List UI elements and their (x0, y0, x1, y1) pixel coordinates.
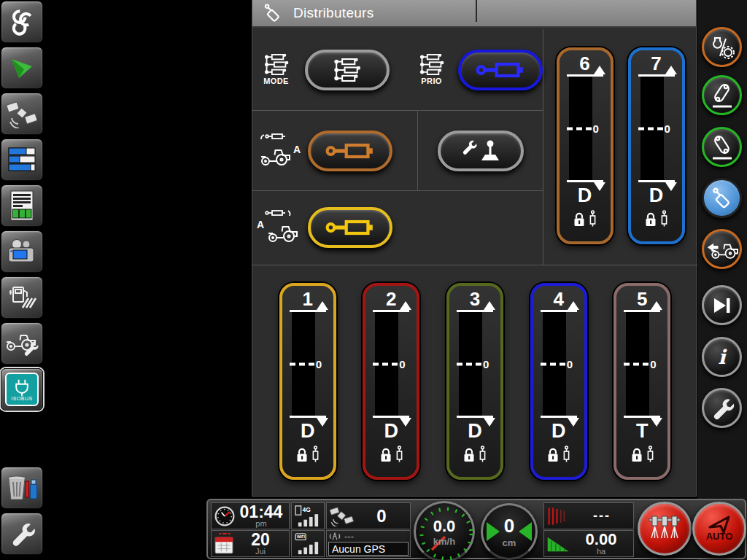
mini-cylinder-icon (563, 446, 570, 463)
satellite-icon (6, 99, 38, 128)
pto-gear-icon (709, 34, 735, 61)
pto-settings-button[interactable] (702, 27, 742, 67)
zero-dashes (638, 127, 663, 130)
auto-steer-button[interactable]: AUTO (692, 502, 746, 556)
counters-button[interactable] (1, 276, 43, 319)
guidance-button[interactable] (1, 47, 43, 89)
info-button[interactable]: i (702, 337, 742, 377)
valve-card-2[interactable]: 2 0 D (363, 283, 419, 480)
clock-icon (214, 505, 236, 527)
lock-icon (644, 211, 657, 228)
valve-gauge: 0 (457, 310, 493, 418)
lock-icon (630, 447, 643, 463)
lower-arrow-icon (594, 182, 605, 191)
valve-lock-row (630, 446, 654, 463)
valve-zero-marker: 0 (373, 358, 411, 370)
distributeurs-panel: Distributeurs MODE PRIO (252, 0, 697, 497)
gps-signal-value: --- (344, 531, 354, 542)
rear-valves-group: 6 0 D 7 0 (543, 29, 697, 265)
cellular-signal-icon: 4G (294, 505, 322, 528)
rear-linkage-button[interactable] (702, 75, 742, 115)
mode-label: MODE (263, 77, 289, 85)
valve-bar: 0 (640, 77, 664, 180)
mini-cylinder-icon (661, 210, 668, 228)
front-aux-letter: A (257, 219, 264, 230)
isobus-label: ISOBUS (11, 396, 32, 401)
area-counter-row: 0.00 ha (543, 530, 634, 557)
tractor-settings-button[interactable] (1, 322, 43, 365)
valve-state-letter: D (578, 185, 592, 206)
counter-meter-icon (7, 284, 37, 311)
valve-number: 6 (579, 52, 589, 74)
controls-area: MODE PRIO (252, 29, 543, 265)
position-gauge: 0 cm (481, 503, 538, 560)
valve-card-6[interactable]: 6 0 D (557, 47, 614, 244)
service-button[interactable] (702, 388, 742, 428)
skip-next-button[interactable] (702, 285, 742, 325)
camera-button[interactable] (1, 230, 43, 273)
valve-card-5[interactable]: 5 0 T (614, 283, 670, 480)
valve-card-7[interactable]: 7 0 D (628, 47, 685, 244)
plug-icon (11, 378, 33, 397)
valve-number: 3 (470, 288, 480, 310)
jobs-progress-button[interactable] (1, 139, 43, 181)
lower-arrow-icon (400, 418, 411, 427)
area-value: 0.00 (586, 532, 617, 548)
area-wedge-icon (546, 534, 571, 553)
valve-card-3[interactable]: 3 0 D (446, 283, 503, 480)
mini-cylinder-icon (647, 446, 654, 463)
counters-cell: --- 0.00 ha (543, 502, 634, 557)
front-aux-indicator: A (257, 209, 302, 246)
zero-label: 0 (650, 358, 656, 370)
tractor-implement-button[interactable] (702, 229, 742, 269)
valve-gauge: 0 (290, 310, 326, 418)
data-management-button[interactable] (1, 467, 43, 509)
joystick-config-button[interactable] (438, 131, 524, 171)
valve-card-4[interactable]: 4 0 D (530, 283, 587, 480)
tractor-arrow-icon (706, 237, 738, 262)
skip-next-icon (712, 297, 732, 314)
zero-dashes (541, 362, 565, 365)
valve-bottom-line (373, 416, 409, 418)
valve-gauge: 0 (638, 74, 675, 182)
report-button[interactable] (1, 184, 43, 227)
lower-arrow-icon (317, 418, 328, 427)
raise-arrow-icon (665, 66, 677, 74)
mode-indicator: MODE (260, 54, 293, 85)
isobus-button[interactable]: ISOBUS (1, 368, 43, 411)
rear-aux-button[interactable] (308, 131, 392, 171)
valve-bottom-line (457, 416, 493, 418)
wifi-signal-icon: WIFI (294, 532, 322, 556)
raise-arrow-icon (651, 301, 662, 310)
valve-zero-marker: 0 (541, 358, 578, 370)
lower-arrow-icon (665, 182, 677, 191)
valve-zero-marker: 0 (290, 358, 328, 370)
hydraulics-button[interactable] (702, 178, 742, 218)
wrench-joystick-icon (460, 138, 502, 164)
gps-satellite-button[interactable] (1, 93, 43, 135)
valve-stack-icon (333, 58, 361, 82)
settings-button[interactable] (1, 513, 43, 555)
lower-arrow-icon (568, 418, 579, 427)
front-aux-button[interactable] (308, 207, 392, 248)
net-4g-label: 4G (302, 506, 311, 513)
mode-select-button[interactable] (305, 50, 390, 90)
cylinder-icon (325, 219, 375, 236)
valve-gauge: 0 (567, 74, 603, 182)
front-linkage-button[interactable] (702, 127, 742, 167)
raise-arrow-icon (568, 301, 579, 310)
camera-icon (6, 238, 38, 265)
valve-lock-row (295, 446, 320, 463)
sections-button[interactable] (638, 502, 692, 556)
time-row: 01:44 pm (211, 502, 290, 529)
valve-gauge: 0 (373, 310, 409, 418)
spray-nozzles-icon (648, 513, 681, 544)
satellite-count: 0 (376, 508, 386, 524)
valve-card-1[interactable]: 1 0 D (279, 283, 336, 480)
rear-aux-cell: A (252, 111, 418, 190)
lock-icon (573, 211, 586, 228)
app-logo-button[interactable] (1, 1, 43, 43)
prio-button[interactable] (458, 50, 543, 90)
wrench-icon (709, 395, 735, 421)
front-aux-row: A (252, 191, 543, 264)
